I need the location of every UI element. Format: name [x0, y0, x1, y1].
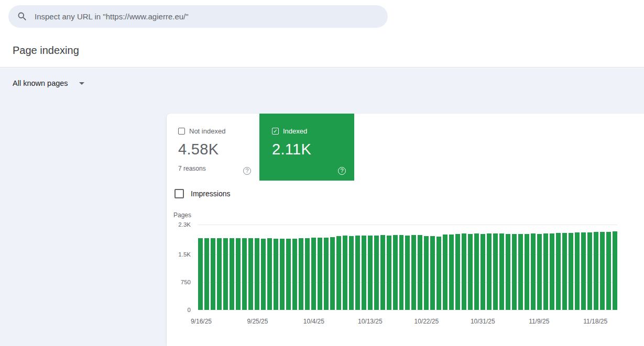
chart-bar[interactable]	[399, 235, 404, 310]
chart-bar[interactable]	[261, 239, 266, 310]
not-indexed-checkbox[interactable]	[178, 128, 185, 135]
chart-bar[interactable]	[336, 236, 341, 310]
chart-bar[interactable]	[280, 239, 285, 310]
chart-bar[interactable]	[512, 234, 517, 310]
y-tick-label: 0	[188, 307, 191, 313]
x-tick-label: 9/25/25	[247, 318, 268, 325]
chart-bar[interactable]	[211, 238, 215, 310]
bars-container	[198, 225, 617, 310]
chart-bar[interactable]	[543, 233, 548, 310]
chart-bar[interactable]	[443, 235, 447, 310]
chart-bar[interactable]	[343, 236, 347, 310]
chart-bar[interactable]	[506, 234, 510, 310]
chart-bar[interactable]	[418, 235, 422, 310]
check-icon: ✓	[273, 129, 277, 134]
chart-bar[interactable]	[267, 238, 272, 310]
chart-bar[interactable]	[569, 233, 573, 310]
y-axis-labels: 2.3K1.5K7500	[167, 225, 192, 310]
chart-bar[interactable]	[499, 233, 504, 310]
chart-bar[interactable]	[299, 238, 303, 310]
x-tick-label: 10/22/25	[414, 318, 439, 325]
chart-bar[interactable]	[236, 238, 241, 310]
chart-bar[interactable]	[204, 238, 209, 310]
chart-bar[interactable]	[405, 236, 410, 310]
chart-bar[interactable]	[531, 233, 536, 310]
chart-bar[interactable]	[393, 235, 398, 310]
indexed-checkbox[interactable]: ✓	[272, 128, 279, 135]
chart-bar[interactable]	[474, 233, 479, 310]
chart-bar[interactable]	[324, 238, 329, 310]
chart-bar[interactable]	[368, 236, 373, 310]
chart-bar[interactable]	[305, 238, 310, 310]
chart-bar[interactable]	[286, 239, 291, 310]
chart-bar[interactable]	[525, 234, 529, 310]
chart-bar[interactable]	[374, 236, 379, 310]
content-area: All known pages Not indexed 4.58K 7 reas…	[0, 68, 644, 346]
chart-bar[interactable]	[575, 232, 580, 310]
not-indexed-value: 4.58K	[178, 141, 259, 158]
chart-bar[interactable]	[198, 238, 203, 310]
chart-bar[interactable]	[330, 237, 335, 310]
filter-label: All known pages	[13, 79, 68, 87]
chart-bar[interactable]	[292, 239, 297, 310]
chart-bar[interactable]	[606, 232, 611, 310]
metric-toggles: Not indexed 4.58K 7 reasons ? ✓ Indexed …	[167, 114, 354, 181]
chart-bar[interactable]	[462, 233, 466, 310]
chart-bar[interactable]	[518, 234, 523, 310]
chart-bar[interactable]	[349, 236, 354, 310]
url-inspect-search[interactable]	[8, 5, 388, 28]
chart-bar[interactable]	[318, 238, 322, 310]
y-tick-label: 1.5K	[178, 251, 191, 258]
indexed-toggle[interactable]: ✓ Indexed 2.11K ?	[259, 114, 354, 181]
impressions-label: Impressions	[191, 189, 230, 198]
chart-bar[interactable]	[255, 238, 259, 310]
chart-bar[interactable]	[248, 238, 253, 310]
chart-bar[interactable]	[600, 232, 605, 310]
page-indexing-card: Not indexed 4.58K 7 reasons ? ✓ Indexed …	[167, 114, 644, 346]
chart-bar[interactable]	[562, 233, 567, 310]
search-input[interactable]	[35, 12, 379, 21]
chart-bar[interactable]	[587, 232, 592, 310]
x-axis-labels: 9/16/259/25/2510/4/2510/13/2510/22/2510/…	[198, 318, 617, 326]
help-icon[interactable]: ?	[338, 167, 346, 175]
x-tick-label: 11/18/25	[583, 318, 607, 325]
indexed-value: 2.11K	[272, 141, 354, 158]
chart-bar[interactable]	[594, 232, 598, 310]
not-indexed-label: Not indexed	[189, 127, 225, 135]
not-indexed-toggle[interactable]: Not indexed 4.58K 7 reasons ?	[167, 120, 259, 181]
page-filter-dropdown[interactable]: All known pages	[13, 79, 84, 87]
chart-bar[interactable]	[311, 238, 316, 310]
impressions-toggle[interactable]: Impressions	[174, 189, 230, 198]
page-title: Page indexing	[13, 44, 79, 57]
chart-bar[interactable]	[468, 234, 473, 310]
chart-bar[interactable]	[481, 234, 485, 310]
impressions-checkbox[interactable]	[174, 189, 184, 198]
chart-bar[interactable]	[581, 232, 586, 310]
x-tick-label: 10/31/25	[471, 318, 495, 325]
chart-bar[interactable]	[449, 235, 454, 310]
chart-bar[interactable]	[537, 234, 542, 310]
chart-bar[interactable]	[550, 233, 554, 310]
chart-bar[interactable]	[436, 237, 441, 310]
chart-bar[interactable]	[424, 236, 429, 310]
chart-bar[interactable]	[362, 236, 366, 310]
search-icon	[17, 11, 28, 22]
chart-bar[interactable]	[493, 233, 498, 310]
chart-bar[interactable]	[274, 239, 278, 310]
chart-bar[interactable]	[613, 231, 617, 310]
chart-bar[interactable]	[242, 238, 247, 310]
chart-bar[interactable]	[455, 234, 460, 310]
chart-bar[interactable]	[411, 235, 416, 310]
chart-bar[interactable]	[430, 236, 435, 310]
chart-bar[interactable]	[223, 238, 228, 310]
chart-bar[interactable]	[230, 238, 234, 310]
chart-bar[interactable]	[487, 233, 492, 310]
chart-plot	[198, 225, 617, 310]
chart-bar[interactable]	[355, 236, 360, 310]
help-icon[interactable]: ?	[243, 167, 251, 175]
chart-bar[interactable]	[556, 233, 561, 310]
x-tick-label: 10/13/25	[358, 318, 383, 325]
chart-bar[interactable]	[387, 236, 391, 310]
chart-bar[interactable]	[380, 235, 385, 310]
chart-bar[interactable]	[217, 238, 222, 310]
